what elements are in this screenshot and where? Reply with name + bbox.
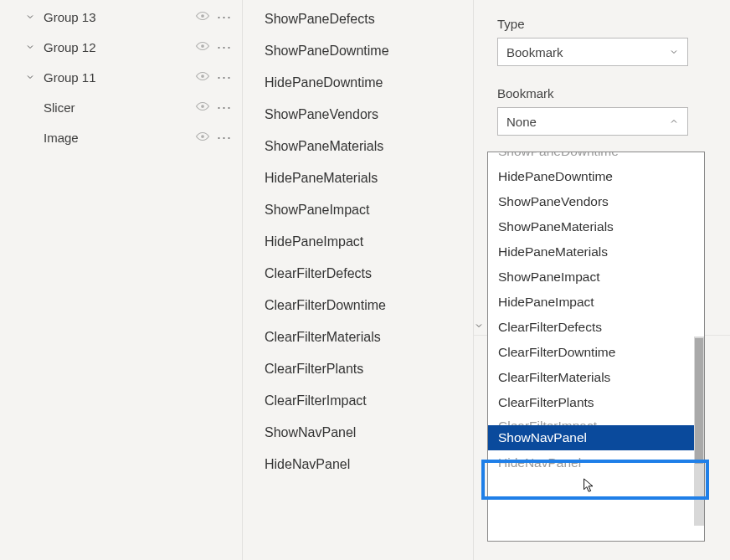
tree-item-label: Group 12	[44, 40, 195, 54]
tree-item-group-12[interactable]: Group 12 ···	[0, 32, 242, 62]
more-options-icon[interactable]: ···	[217, 8, 232, 26]
more-options-icon[interactable]: ···	[217, 99, 232, 116]
bookmark-item[interactable]: ShowNavPanel	[243, 417, 473, 449]
chevron-down-icon	[23, 10, 37, 23]
tree-item-label: Group 11	[44, 70, 195, 85]
bookmark-item[interactable]: ClearFilterDowntime	[243, 290, 473, 321]
dropdown-item[interactable]: HideNavPanel	[488, 450, 704, 475]
bookmark-dropdown[interactable]: ShowPaneDowntime HidePaneDowntime ShowPa…	[487, 152, 705, 542]
dropdown-item[interactable]: ShowPaneImpact	[488, 265, 704, 290]
visibility-icon[interactable]	[195, 40, 210, 54]
visibility-icon[interactable]	[195, 131, 210, 144]
bookmark-item[interactable]: HideNavPanel	[243, 449, 473, 480]
bookmark-item[interactable]: HidePaneDowntime	[243, 67, 473, 99]
bookmarks-pane: ShowPaneDefects ShowPaneDowntime HidePan…	[243, 0, 474, 560]
dropdown-item-selected[interactable]: ShowNavPanel	[488, 425, 704, 450]
more-options-icon[interactable]: ···	[217, 39, 232, 56]
dropdown-item[interactable]: HidePaneImpact	[488, 290, 704, 315]
tree-item-label: Image	[44, 131, 195, 145]
svg-point-2	[201, 74, 204, 78]
bookmark-item[interactable]: ShowPaneMaterials	[243, 131, 473, 162]
chevron-down-icon[interactable]	[474, 320, 484, 333]
chevron-down-icon	[669, 45, 679, 59]
chevron-down-icon	[23, 40, 37, 54]
visibility-icon[interactable]	[195, 10, 210, 23]
type-value: Bookmark	[506, 45, 563, 59]
bookmark-label: Bookmark	[497, 86, 713, 100]
scrollbar[interactable]	[694, 337, 704, 526]
type-select[interactable]: Bookmark	[497, 38, 688, 66]
svg-point-3	[201, 105, 204, 108]
dropdown-item[interactable]: ShowPaneDowntime	[488, 152, 704, 164]
bookmark-item[interactable]: HidePaneImpact	[243, 226, 473, 258]
scrollbar-thumb[interactable]	[695, 338, 703, 464]
selection-pane: Group 13 ··· Group 12 ··· Group 11	[0, 0, 243, 560]
dropdown-item[interactable]: ClearFilterDefects	[488, 315, 704, 340]
svg-point-1	[201, 44, 204, 48]
bookmark-item[interactable]: ShowPaneVendors	[243, 99, 473, 131]
dropdown-item[interactable]: ClearFilterPlants	[488, 390, 704, 415]
svg-point-4	[201, 135, 204, 138]
bookmark-item[interactable]: ShowPaneDowntime	[243, 35, 473, 67]
visibility-icon[interactable]	[195, 70, 210, 84]
bookmark-item[interactable]: HidePaneMaterials	[243, 162, 473, 194]
dropdown-item[interactable]: HidePaneDowntime	[488, 164, 704, 189]
dropdown-item[interactable]: ShowPaneVendors	[488, 189, 704, 214]
bookmark-item[interactable]: ShowPaneDefects	[243, 3, 473, 35]
tree-item-group-11[interactable]: Group 11 ···	[0, 62, 242, 92]
dropdown-item[interactable]: ClearFilterDowntime	[488, 340, 704, 365]
type-label: Type	[497, 17, 713, 31]
tree-item-image[interactable]: Image ···	[0, 122, 242, 152]
tree-item-label: Slicer	[44, 100, 195, 115]
bookmark-item[interactable]: ClearFilterPlants	[243, 353, 473, 385]
bookmark-value: None	[506, 115, 537, 129]
more-options-icon[interactable]: ···	[217, 69, 232, 86]
tree-item-slicer[interactable]: Slicer ···	[0, 92, 242, 122]
bookmark-item[interactable]: ClearFilterMaterials	[243, 321, 473, 353]
more-options-icon[interactable]: ···	[217, 129, 232, 146]
bookmark-item[interactable]: ClearFilterDefects	[243, 258, 473, 290]
bookmark-select[interactable]: None	[497, 107, 688, 136]
bookmark-item[interactable]: ClearFilterImpact	[243, 385, 473, 417]
visibility-icon[interactable]	[195, 100, 210, 114]
dropdown-item[interactable]: HidePaneMaterials	[488, 239, 704, 265]
chevron-up-icon	[669, 115, 679, 129]
bookmark-item[interactable]: ShowPaneImpact	[243, 194, 473, 226]
dropdown-item[interactable]: ClearFilterImpact	[488, 415, 704, 425]
action-panel: Type Bookmark Bookmark None ShowPaneDown…	[474, 0, 730, 560]
chevron-down-icon	[23, 70, 37, 84]
tree-item-group-13[interactable]: Group 13 ···	[0, 2, 242, 32]
tree-item-label: Group 13	[44, 10, 195, 24]
dropdown-item[interactable]: ShowPaneMaterials	[488, 214, 704, 239]
svg-point-0	[201, 14, 204, 18]
dropdown-item[interactable]: ClearFilterMaterials	[488, 365, 704, 390]
